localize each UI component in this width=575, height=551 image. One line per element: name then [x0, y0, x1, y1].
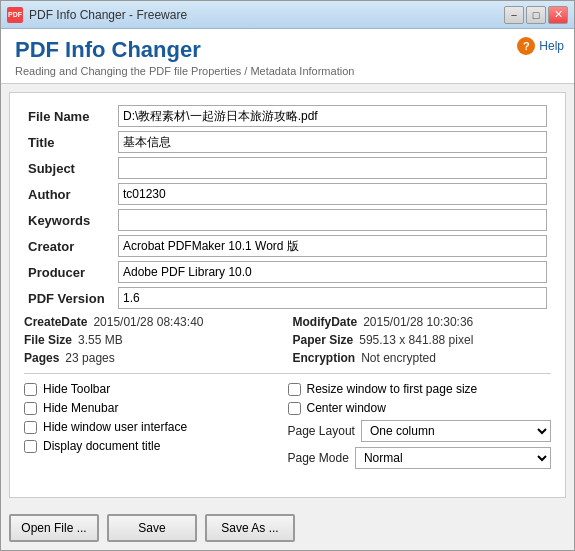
display-doc-title-label[interactable]: Display document title	[43, 439, 160, 453]
author-row: Author	[24, 181, 551, 207]
options-left: Hide Toolbar Hide Menubar Hide window us…	[24, 382, 288, 469]
create-date-label: CreateDate	[24, 315, 87, 329]
hide-window-ui-checkbox[interactable]	[24, 421, 37, 434]
help-button[interactable]: ? Help	[517, 37, 564, 55]
resize-window-checkbox[interactable]	[288, 383, 301, 396]
app-title: PDF Info Changer	[15, 37, 560, 63]
producer-cell	[114, 259, 551, 285]
page-mode-label: Page Mode	[288, 451, 349, 465]
center-window-label[interactable]: Center window	[307, 401, 386, 415]
producer-label: Producer	[24, 259, 114, 285]
subject-cell	[114, 155, 551, 181]
file-name-label: File Name	[24, 103, 114, 129]
pages-label: Pages	[24, 351, 59, 365]
app-icon: PDF	[7, 7, 23, 23]
subject-input[interactable]	[118, 157, 547, 179]
info-table: File Name Title Subject Author	[24, 103, 551, 311]
hide-toolbar-label[interactable]: Hide Toolbar	[43, 382, 110, 396]
help-icon: ?	[517, 37, 535, 55]
hide-toolbar-checkbox[interactable]	[24, 383, 37, 396]
center-window-row: Center window	[288, 401, 552, 415]
modify-date-item: ModifyDate 2015/01/28 10:30:36	[293, 315, 552, 329]
resize-window-row: Resize window to first page size	[288, 382, 552, 396]
paper-size-value: 595.13 x 841.88 pixel	[359, 333, 473, 347]
app-header: PDF Info Changer Reading and Changing th…	[1, 29, 574, 84]
save-as-button[interactable]: Save As ...	[205, 514, 295, 542]
resize-window-label[interactable]: Resize window to first page size	[307, 382, 478, 396]
encryption-value: Not encrypted	[361, 351, 436, 365]
paper-size-label: Paper Size	[293, 333, 354, 347]
main-window: PDF PDF Info Changer - Freeware − □ ✕ PD…	[0, 0, 575, 551]
file-name-row: File Name	[24, 103, 551, 129]
close-button[interactable]: ✕	[548, 6, 568, 24]
page-mode-select[interactable]: Normal Bookmarks Thumbnails Full screen …	[355, 447, 551, 469]
file-size-value: 3.55 MB	[78, 333, 123, 347]
subject-row: Subject	[24, 155, 551, 181]
creator-cell	[114, 233, 551, 259]
keywords-cell	[114, 207, 551, 233]
hide-menubar-row: Hide Menubar	[24, 401, 288, 415]
creator-label: Creator	[24, 233, 114, 259]
producer-input[interactable]	[118, 261, 547, 283]
author-label: Author	[24, 181, 114, 207]
content-area: File Name Title Subject Author	[9, 92, 566, 498]
app-subtitle: Reading and Changing the PDF file Proper…	[15, 65, 560, 77]
hide-menubar-label[interactable]: Hide Menubar	[43, 401, 118, 415]
save-button[interactable]: Save	[107, 514, 197, 542]
title-label: Title	[24, 129, 114, 155]
file-size-item: File Size 3.55 MB	[24, 333, 283, 347]
footer-bar: Open File ... Save Save As ...	[1, 506, 574, 550]
window-controls: − □ ✕	[504, 6, 568, 24]
file-name-cell	[114, 103, 551, 129]
paper-size-item: Paper Size 595.13 x 841.88 pixel	[293, 333, 552, 347]
hide-toolbar-row: Hide Toolbar	[24, 382, 288, 396]
open-file-button[interactable]: Open File ...	[9, 514, 99, 542]
subject-label: Subject	[24, 155, 114, 181]
creator-row: Creator	[24, 233, 551, 259]
file-name-input[interactable]	[118, 105, 547, 127]
separator	[24, 373, 551, 374]
window-title: PDF Info Changer - Freeware	[29, 8, 504, 22]
creator-input[interactable]	[118, 235, 547, 257]
hide-window-ui-row: Hide window user interface	[24, 420, 288, 434]
pages-row: Pages 23 pages Encryption Not encrypted	[24, 351, 551, 365]
minimize-button[interactable]: −	[504, 6, 524, 24]
keywords-label: Keywords	[24, 207, 114, 233]
page-layout-select[interactable]: Default Single page One column Two colum…	[361, 420, 551, 442]
center-window-checkbox[interactable]	[288, 402, 301, 415]
maximize-button[interactable]: □	[526, 6, 546, 24]
pdf-version-input[interactable]	[118, 287, 547, 309]
modify-date-value: 2015/01/28 10:30:36	[363, 315, 473, 329]
page-mode-row: Page Mode Normal Bookmarks Thumbnails Fu…	[288, 447, 552, 469]
pdf-version-cell	[114, 285, 551, 311]
title-input[interactable]	[118, 131, 547, 153]
options-right: Resize window to first page size Center …	[288, 382, 552, 469]
page-layout-row: Page Layout Default Single page One colu…	[288, 420, 552, 442]
producer-row: Producer	[24, 259, 551, 285]
keywords-input[interactable]	[118, 209, 547, 231]
page-layout-label: Page Layout	[288, 424, 355, 438]
title-bar: PDF PDF Info Changer - Freeware − □ ✕	[1, 1, 574, 29]
hide-menubar-checkbox[interactable]	[24, 402, 37, 415]
options-section: Hide Toolbar Hide Menubar Hide window us…	[24, 382, 551, 469]
hide-window-ui-label[interactable]: Hide window user interface	[43, 420, 187, 434]
display-doc-title-row: Display document title	[24, 439, 288, 453]
author-input[interactable]	[118, 183, 547, 205]
size-row: File Size 3.55 MB Paper Size 595.13 x 84…	[24, 333, 551, 347]
help-label: Help	[539, 39, 564, 53]
pages-value: 23 pages	[65, 351, 114, 365]
keywords-row: Keywords	[24, 207, 551, 233]
author-cell	[114, 181, 551, 207]
create-date-value: 2015/01/28 08:43:40	[93, 315, 203, 329]
modify-date-label: ModifyDate	[293, 315, 358, 329]
create-date-item: CreateDate 2015/01/28 08:43:40	[24, 315, 283, 329]
pages-item: Pages 23 pages	[24, 351, 283, 365]
display-doc-title-checkbox[interactable]	[24, 440, 37, 453]
pdf-version-row: PDF Version	[24, 285, 551, 311]
encryption-item: Encryption Not encrypted	[293, 351, 552, 365]
date-row: CreateDate 2015/01/28 08:43:40 ModifyDat…	[24, 315, 551, 329]
encryption-label: Encryption	[293, 351, 356, 365]
file-size-label: File Size	[24, 333, 72, 347]
pdf-version-label: PDF Version	[24, 285, 114, 311]
title-row: Title	[24, 129, 551, 155]
